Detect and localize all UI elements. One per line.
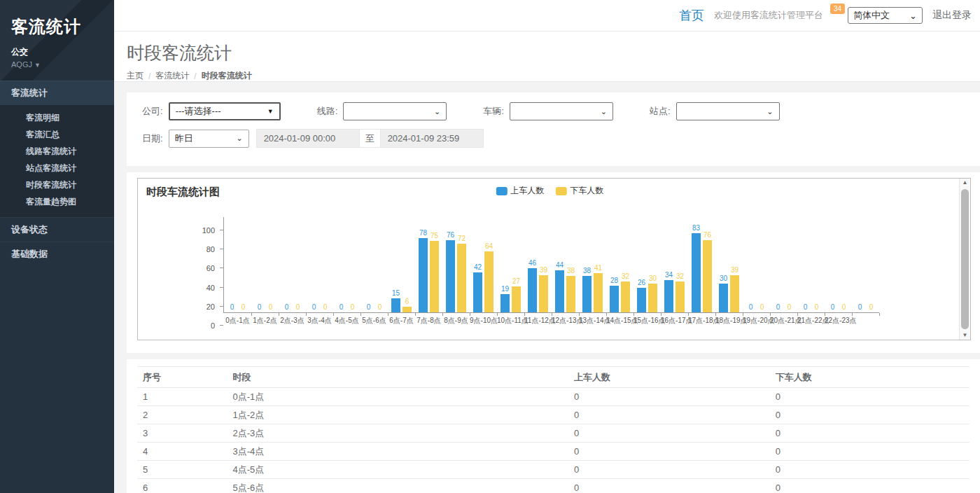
scroll-down-icon[interactable]: ▼	[962, 333, 968, 338]
date-end-input[interactable]: 2024-01-09 23:59	[380, 129, 484, 148]
x-axis-label: 4点-5点	[333, 316, 360, 326]
sidebar-item-passenger-stats[interactable]: 客流统计	[0, 81, 114, 105]
chart-category-group: 3841	[579, 217, 606, 312]
breadcrumb: 主页 / 客流统计 / 时段客流统计	[127, 70, 980, 82]
x-axis-label: 13点-14点	[579, 316, 606, 326]
home-link[interactable]: 首页	[679, 7, 704, 24]
date-to-label: 至	[360, 129, 380, 148]
bar-unit: 75	[430, 217, 440, 312]
y-tick-label: 20	[206, 303, 215, 311]
chart-category-group: 156	[388, 217, 415, 312]
notification-badge[interactable]: 34	[830, 4, 845, 14]
bar-value-label: 32	[622, 273, 629, 280]
sidebar-item-label: 客流统计	[11, 87, 48, 99]
station-select[interactable]: ⌄	[676, 102, 780, 120]
bar-value-label: 38	[583, 268, 591, 275]
bar	[594, 273, 603, 312]
bar	[621, 282, 630, 312]
x-axis-label: 6点-7点	[388, 316, 415, 326]
date-label: 日期:	[142, 132, 163, 145]
chart-category-group: 00	[852, 217, 879, 312]
legend-swatch-yellow	[555, 187, 566, 195]
sidebar-item-period-stats[interactable]: 时段客流统计	[0, 176, 114, 193]
bar-value-label: 0	[378, 304, 382, 311]
x-axis-label: 3点-4点	[306, 316, 333, 326]
bar	[730, 275, 739, 312]
breadcrumb-home[interactable]: 主页	[127, 70, 144, 82]
breadcrumb-passenger-stats[interactable]: 客流统计	[155, 70, 189, 82]
date-start-input[interactable]: 2024-01-09 00:00	[256, 129, 360, 148]
legend-alighting[interactable]: 下车人数	[555, 185, 603, 197]
table-row: 54点-5点00	[137, 461, 969, 479]
sidebar-item-trend-chart[interactable]: 客流量趋势图	[0, 193, 114, 210]
bar-unit: 6	[402, 217, 412, 312]
bar-value-label: 0	[230, 304, 234, 311]
sidebar-item-device-status[interactable]: 设备状态	[0, 217, 114, 242]
table-body: 10点-1点0021点-2点0032点-3点0043点-4点0054点-5点00…	[137, 388, 969, 493]
sidebar-logo-block: 客流统计 公交 AQGJ ▼	[0, 0, 114, 81]
chart-panel: 时段车流统计图 上车人数 下车人数 020406080100	[127, 172, 980, 353]
language-select[interactable]: 简体中文 ⌄	[848, 7, 923, 24]
table-cell: 2点-3点	[227, 424, 568, 443]
date-preset-select[interactable]: 昨日 ⌄	[169, 130, 249, 148]
x-axis-label: 10点-11点	[497, 316, 524, 326]
vehicle-select[interactable]: ⌄	[510, 102, 613, 120]
bar-unit: 44	[555, 217, 565, 312]
legend-boarding[interactable]: 上车人数	[496, 185, 544, 197]
sidebar-submenu: 客流明细 客流汇总 线路客流统计 站点客流统计 时段客流统计 客流量趋势图	[0, 105, 114, 217]
sidebar-item-passenger-summary[interactable]: 客流汇总	[0, 126, 114, 143]
x-axis-label: 19点-20点	[743, 316, 770, 326]
line-select[interactable]: ⌄	[343, 102, 447, 120]
breadcrumb-separator: /	[194, 71, 196, 81]
chart-category-group: 00	[825, 217, 852, 312]
bar-value-label: 34	[665, 272, 673, 279]
bar-unit: 19	[500, 217, 510, 312]
bar-value-label: 6	[405, 298, 410, 305]
bar-unit: 15	[391, 217, 401, 312]
scrollbar-thumb[interactable]	[961, 189, 969, 329]
bar-unit: 0	[266, 217, 276, 312]
bar-value-label: 0	[869, 304, 874, 311]
bar-unit: 39	[539, 217, 549, 312]
bar-unit: 0	[321, 217, 330, 312]
logout-link[interactable]: 退出登录	[932, 9, 972, 22]
y-tick-mark	[220, 230, 223, 230]
bar-value-label: 0	[241, 304, 246, 311]
bar-value-label: 0	[340, 304, 344, 311]
scroll-up-icon[interactable]: ▲	[962, 180, 968, 186]
table-cell: 0	[770, 424, 969, 443]
bar	[473, 272, 482, 312]
bar-unit: 0	[348, 217, 358, 312]
chart-vertical-scrollbar[interactable]: ▲ ▼	[959, 179, 970, 340]
bar-value-label: 64	[485, 243, 493, 250]
filter-row-date: 日期: 昨日 ⌄ 2024-01-09 00:00 至 2024-01-09 2…	[142, 129, 971, 148]
bar-unit: 0	[239, 217, 248, 312]
sidebar-item-label: 线路客流统计	[26, 146, 76, 158]
bar-value-label: 0	[285, 304, 289, 311]
bar-unit: 38	[582, 217, 592, 312]
bar-value-label: 76	[704, 232, 711, 239]
table-cell: 0	[770, 479, 969, 493]
company-label: 公司:	[142, 105, 163, 118]
sidebar-item-label: 站点客流统计	[26, 162, 76, 174]
bar	[637, 288, 646, 312]
table-row: 10点-1点00	[137, 388, 969, 406]
table-cell: 0	[770, 388, 969, 406]
bar-value-label: 42	[474, 264, 482, 271]
bar	[446, 240, 455, 312]
bar	[555, 270, 564, 312]
sidebar-item-passenger-detail[interactable]: 客流明细	[0, 109, 114, 126]
company-select[interactable]: ---请选择--- ▼	[169, 102, 281, 120]
sidebar-item-station-stats[interactable]: 站点客流统计	[0, 160, 114, 176]
bar-unit: 0	[375, 217, 385, 312]
account-dropdown[interactable]: AQGJ ▼	[11, 60, 103, 69]
y-tick-label: 80	[206, 245, 215, 254]
sidebar-item-line-stats[interactable]: 线路客流统计	[0, 143, 114, 160]
chart-legend: 上车人数 下车人数	[496, 185, 603, 197]
table-cell: 1点-2点	[227, 406, 568, 424]
bar	[676, 282, 685, 312]
sidebar-item-base-data[interactable]: 基础数据	[0, 242, 114, 266]
topbar: 首页 欢迎使用客流统计管理平台 34 简体中文 ⌄ 退出登录	[114, 0, 980, 32]
bar	[539, 275, 548, 312]
chart-category-group: 3432	[661, 217, 688, 312]
